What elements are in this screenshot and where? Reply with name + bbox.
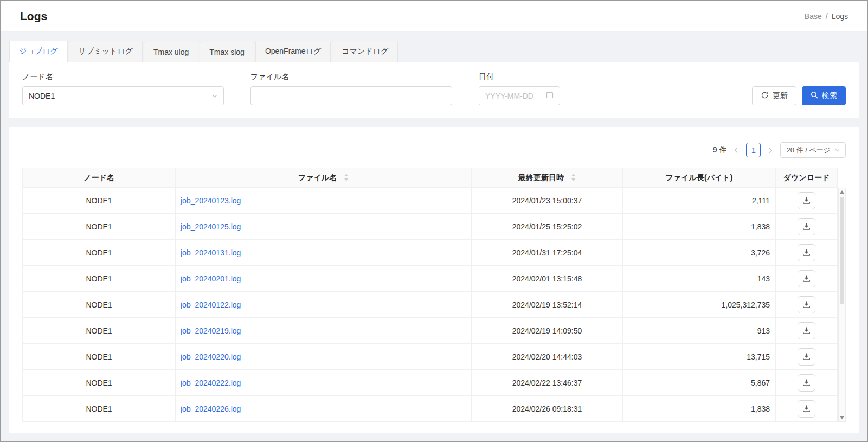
node-cell: NODE1: [23, 240, 176, 266]
column-header-updated-label: 最終更新日時: [518, 173, 564, 182]
tab-submit-log[interactable]: サブミットログ: [69, 41, 143, 62]
table-row: NODE1 job_20240122.log 2024/02/19 13:52:…: [23, 292, 838, 318]
breadcrumb-current: Logs: [832, 12, 848, 21]
table-row: NODE1 job_20240125.log 2024/01/25 15:25:…: [23, 214, 838, 240]
node-cell: NODE1: [23, 344, 176, 370]
sort-icon: [344, 174, 349, 181]
table-row: NODE1 job_20240131.log 2024/01/31 17:25:…: [23, 240, 838, 266]
file-name-input[interactable]: [257, 87, 446, 105]
updated-cell: 2024/02/26 09:18:31: [472, 396, 623, 422]
download-button[interactable]: [798, 192, 815, 209]
size-cell: 143: [623, 266, 776, 292]
tab-job-log[interactable]: ジョブログ: [9, 41, 68, 62]
column-header-file[interactable]: ファイル名: [176, 168, 472, 188]
tab-tmax-ulog[interactable]: Tmax ulog: [144, 42, 198, 62]
size-cell: 2,111: [623, 188, 776, 214]
download-button[interactable]: [798, 296, 815, 313]
results-panel: 9 件 1 20 件 / ページ ノ: [9, 127, 859, 433]
updated-cell: 2024/01/25 15:25:02: [472, 214, 623, 240]
table-row: NODE1 job_20240222.log 2024/02/22 13:46:…: [23, 370, 838, 396]
node-cell: NODE1: [23, 266, 176, 292]
file-link[interactable]: job_20240226.log: [181, 405, 241, 413]
table-row: NODE1 job_20240123.log 2024/01/23 15:00:…: [23, 188, 838, 214]
updated-cell: 2024/02/20 14:44:03: [472, 344, 623, 370]
scroll-down-icon[interactable]: [839, 414, 845, 421]
updated-cell: 2024/02/19 14:09:50: [472, 318, 623, 344]
updated-cell: 2024/02/01 13:15:48: [472, 266, 623, 292]
node-cell: NODE1: [23, 370, 176, 396]
node-select[interactable]: NODE1: [22, 86, 224, 105]
chevron-down-icon: [835, 146, 840, 154]
updated-cell: 2024/02/22 13:46:37: [472, 370, 623, 396]
log-table-container: ノード名 ファイル名 最終更新日時: [22, 168, 846, 422]
file-link[interactable]: job_20240220.log: [181, 353, 241, 361]
search-button-label: 検索: [822, 91, 837, 101]
refresh-button[interactable]: 更新: [752, 86, 796, 105]
scroll-up-icon[interactable]: [839, 188, 845, 196]
node-cell: NODE1: [23, 396, 176, 422]
date-field: 日付: [479, 72, 560, 105]
download-button[interactable]: [798, 218, 815, 235]
updated-cell: 2024/02/19 13:52:14: [472, 292, 623, 318]
breadcrumb-separator: /: [826, 12, 828, 21]
calendar-icon[interactable]: [546, 91, 554, 100]
file-link[interactable]: job_20240131.log: [181, 248, 241, 257]
table-header-row: ノード名 ファイル名 最終更新日時: [23, 168, 838, 188]
table-row: NODE1 job_20240226.log 2024/02/26 09:18:…: [23, 396, 838, 422]
column-header-updated[interactable]: 最終更新日時: [472, 168, 623, 188]
chevron-down-icon: [212, 92, 217, 100]
tab-tmax-slog[interactable]: Tmax slog: [200, 42, 254, 62]
refresh-button-label: 更新: [773, 91, 788, 101]
breadcrumb-base[interactable]: Base: [805, 12, 822, 21]
file-link[interactable]: job_20240125.log: [181, 222, 241, 231]
prev-page-button[interactable]: [732, 147, 741, 153]
pagination: 9 件 1 20 件 / ページ: [22, 142, 846, 158]
updated-cell: 2024/01/31 17:25:04: [472, 240, 623, 266]
file-link[interactable]: job_20240123.log: [181, 196, 241, 205]
date-label: 日付: [479, 72, 560, 82]
table-row: NODE1 job_20240219.log 2024/02/19 14:09:…: [23, 318, 838, 344]
size-cell: 3,726: [623, 240, 776, 266]
log-tabs: ジョブログ サブミットログ Tmax ulog Tmax slog OpenFr…: [9, 41, 859, 62]
size-cell: 1,838: [623, 396, 776, 422]
tab-command-log[interactable]: コマンドログ: [332, 41, 398, 62]
column-header-node: ノード名: [23, 168, 176, 188]
file-link[interactable]: job_20240122.log: [181, 300, 241, 309]
scrollbar-thumb[interactable]: [840, 197, 844, 304]
column-header-size: ファイル長(バイト): [623, 168, 776, 188]
filter-card: ノード名 NODE1 ファイル名 日付: [9, 62, 859, 118]
next-page-button[interactable]: [766, 147, 775, 153]
page-content: ジョブログ サブミットログ Tmax ulog Tmax slog OpenFr…: [1, 32, 867, 441]
file-link[interactable]: job_20240201.log: [181, 274, 241, 283]
download-button[interactable]: [798, 322, 815, 339]
current-page-button[interactable]: 1: [746, 143, 761, 157]
file-link[interactable]: job_20240222.log: [181, 379, 241, 387]
node-cell: NODE1: [23, 292, 176, 318]
download-button[interactable]: [798, 400, 815, 418]
file-label: ファイル名: [250, 72, 452, 82]
node-cell: NODE1: [23, 188, 176, 214]
page-size-value: 20 件 / ページ: [786, 145, 831, 155]
download-button[interactable]: [798, 270, 815, 287]
table-row: NODE1 job_20240201.log 2024/02/01 13:15:…: [23, 266, 838, 292]
file-field: ファイル名: [250, 72, 452, 105]
download-button[interactable]: [798, 374, 815, 392]
download-button[interactable]: [798, 244, 815, 261]
page-size-select[interactable]: 20 件 / ページ: [780, 142, 846, 158]
table-scrollbar[interactable]: [838, 188, 846, 422]
tab-openframe-log[interactable]: OpenFrameログ: [255, 41, 331, 62]
download-button[interactable]: [798, 348, 815, 366]
table-row: NODE1 job_20240220.log 2024/02/20 14:44:…: [23, 344, 838, 370]
node-select-value: NODE1: [29, 92, 55, 100]
date-input[interactable]: [485, 92, 539, 100]
node-cell: NODE1: [23, 318, 176, 344]
search-button[interactable]: 検索: [802, 86, 846, 105]
file-link[interactable]: job_20240219.log: [181, 326, 241, 335]
size-cell: 1,025,312,735: [623, 292, 776, 318]
page-title: Logs: [20, 10, 47, 23]
size-cell: 5,867: [623, 370, 776, 396]
breadcrumb: Base / Logs: [805, 12, 848, 21]
size-cell: 913: [623, 318, 776, 344]
sort-icon: [571, 174, 576, 181]
filter-buttons: 更新 検索: [752, 86, 846, 105]
